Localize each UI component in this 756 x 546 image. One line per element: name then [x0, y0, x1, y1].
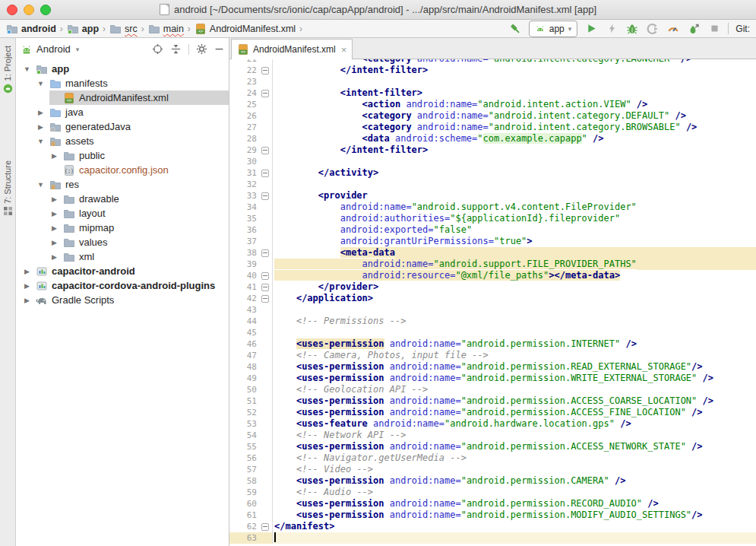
breadcrumb-android[interactable]: android: [6, 23, 56, 35]
code-line-39[interactable]: 39 android:name="android.support.FILE_PR…: [229, 259, 756, 270]
fold-marker[interactable]: [260, 293, 273, 304]
code-line-41[interactable]: 41 </provider>: [229, 281, 756, 293]
expand-arrow-icon[interactable]: ▶: [49, 195, 59, 203]
code-line-42[interactable]: 42 </application>: [229, 293, 756, 304]
collapse-all-icon[interactable]: [170, 43, 182, 55]
tab-androidmanifest[interactable]: <> AndroidManifest.xml ×: [231, 39, 353, 59]
code-line-54[interactable]: 54 <!-- Network API -->: [229, 430, 756, 441]
tree-item-manifests[interactable]: ▼manifests: [16, 76, 229, 90]
code-line-58[interactable]: 58 <uses-permission android:name="androi…: [229, 475, 756, 487]
code-line-23[interactable]: 23: [229, 76, 756, 87]
code-line-33[interactable]: 33 <provider: [229, 190, 756, 202]
close-window-button[interactable]: [7, 5, 17, 15]
code-line-21[interactable]: 21 <category android:name="android.inten…: [229, 59, 756, 65]
fold-marker[interactable]: [260, 247, 273, 259]
tree-item-generatedjava[interactable]: ▶generatedJava: [16, 119, 229, 134]
fold-marker[interactable]: [260, 167, 273, 179]
code-line-27[interactable]: 27 <category android:name="android.inten…: [229, 122, 756, 133]
tree-item-capacitor-config-json[interactable]: {;}capacitor.config.json: [16, 163, 229, 177]
code-line-26[interactable]: 26 <category android:name="android.inten…: [229, 110, 756, 122]
run-with-coverage-icon[interactable]: [646, 22, 660, 36]
code-line-52[interactable]: 52 <uses-permission android:name="androi…: [229, 407, 756, 418]
zoom-window-button[interactable]: [40, 5, 51, 15]
tree-item-gradle-scripts[interactable]: ▶Gradle Scripts: [16, 293, 229, 307]
fold-marker[interactable]: [260, 521, 273, 532]
expand-arrow-icon[interactable]: ▶: [49, 152, 59, 160]
fold-marker[interactable]: [260, 65, 273, 76]
close-tab-icon[interactable]: ×: [341, 45, 347, 55]
code-line-46[interactable]: 46 <uses-permission android:name="androi…: [229, 338, 756, 350]
expand-arrow-icon[interactable]: ▶: [49, 210, 59, 217]
code-line-28[interactable]: 28 <data android:scheme="com.example.cap…: [229, 133, 756, 144]
code-line-30[interactable]: 30: [229, 156, 756, 167]
expand-arrow-icon[interactable]: ▶: [36, 123, 46, 131]
code-line-63[interactable]: 63: [229, 532, 756, 544]
expand-arrow-icon[interactable]: ▼: [36, 138, 46, 145]
code-line-51[interactable]: 51 <uses-permission android:name="androi…: [229, 395, 756, 407]
code-line-32[interactable]: 32: [229, 179, 756, 190]
code-line-34[interactable]: 34 android:name="android.support.v4.cont…: [229, 202, 756, 213]
run-configuration-select[interactable]: app ▾: [529, 21, 578, 37]
git-branch-widget[interactable]: Git:: [735, 24, 751, 34]
fold-marker[interactable]: [260, 270, 273, 281]
code-line-25[interactable]: 25 <action android:name="android.intent.…: [229, 99, 756, 110]
tree-item-drawable[interactable]: ▶drawable: [16, 192, 229, 206]
code-line-35[interactable]: 35 android:authorities="${applicationId}…: [229, 213, 756, 224]
expand-arrow-icon[interactable]: ▶: [22, 268, 32, 275]
build-hammer-icon[interactable]: [508, 22, 522, 36]
code-line-61[interactable]: 61 <uses-permission android:name="androi…: [229, 509, 756, 521]
expand-arrow-icon[interactable]: ▼: [36, 80, 46, 87]
tree-item-xml[interactable]: ▶xml: [16, 249, 229, 264]
code-line-57[interactable]: 57 <!-- Video -->: [229, 464, 756, 475]
code-line-37[interactable]: 37 android:grantUriPermissions="true">: [229, 236, 756, 247]
expand-arrow-icon[interactable]: ▶: [49, 239, 59, 246]
tree-item-res[interactable]: ▼res: [16, 177, 229, 192]
code-line-22[interactable]: 22 </intent-filter>: [229, 65, 756, 76]
settings-gear-icon[interactable]: [196, 43, 207, 55]
fold-marker[interactable]: [260, 144, 273, 156]
tree-item-capacitor-cordova-android-plugins[interactable]: ▶capacitor-cordova-android-plugins: [16, 278, 229, 293]
apply-changes-bug-icon[interactable]: [687, 22, 701, 36]
run-button[interactable]: [584, 22, 598, 36]
expand-arrow-icon[interactable]: ▼: [22, 65, 32, 73]
code-editor[interactable]: 21 <category android:name="android.inten…: [229, 59, 756, 546]
expand-arrow-icon[interactable]: ▶: [22, 282, 32, 290]
breadcrumb-androidmanifest-xml[interactable]: <>AndroidManifest.xml: [195, 23, 296, 35]
expand-arrow-icon[interactable]: ▶: [36, 109, 46, 116]
code-line-49[interactable]: 49 <uses-permission android:name="androi…: [229, 373, 756, 384]
debug-button[interactable]: [625, 22, 639, 36]
code-line-24[interactable]: 24 <intent-filter>: [229, 87, 756, 99]
locate-target-icon[interactable]: [152, 43, 163, 55]
apply-changes-lightning-icon[interactable]: [605, 22, 618, 36]
tree-item-assets[interactable]: ▼assets: [16, 134, 229, 148]
tree-item-capacitor-android[interactable]: ▶capacitor-android: [16, 264, 229, 278]
stop-button[interactable]: [707, 22, 721, 36]
fold-marker[interactable]: [260, 190, 273, 202]
expand-arrow-icon[interactable]: ▶: [49, 253, 59, 261]
minimize-window-button[interactable]: [24, 5, 34, 15]
code-line-55[interactable]: 55 <uses-permission android:name="androi…: [229, 441, 756, 452]
tool-window-project-button[interactable]: 1: Project: [3, 46, 13, 94]
code-line-43[interactable]: 43: [229, 304, 756, 316]
code-line-59[interactable]: 59 <!-- Audio -->: [229, 487, 756, 498]
breadcrumb-main[interactable]: main: [148, 23, 184, 35]
tree-item-app[interactable]: ▼app: [16, 62, 229, 76]
breadcrumb-src[interactable]: src: [109, 23, 138, 35]
code-line-29[interactable]: 29 </intent-filter>: [229, 144, 756, 156]
fold-marker[interactable]: [260, 87, 273, 99]
tree-item-layout[interactable]: ▶layout: [16, 206, 229, 221]
code-line-48[interactable]: 48 <uses-permission android:name="androi…: [229, 361, 756, 373]
expand-arrow-icon[interactable]: ▶: [22, 297, 32, 304]
tree-item-java[interactable]: ▶java: [16, 105, 229, 119]
code-line-60[interactable]: 60 <uses-permission android:name="androi…: [229, 498, 756, 509]
project-view-selector[interactable]: Android: [36, 43, 71, 55]
expand-arrow-icon[interactable]: ▼: [36, 181, 46, 189]
tool-window-structure-button[interactable]: 7: Structure: [3, 160, 12, 215]
code-line-56[interactable]: 56 <!-- Navigator.getUserMedia -->: [229, 452, 756, 464]
fold-marker[interactable]: [260, 281, 273, 293]
code-line-31[interactable]: 31 </activity>: [229, 167, 756, 179]
code-line-53[interactable]: 53 <uses-feature android:name="android.h…: [229, 418, 756, 430]
hide-minus-icon[interactable]: [214, 44, 224, 54]
code-line-62[interactable]: 62</manifest>: [229, 521, 756, 532]
code-line-47[interactable]: 47 <!-- Camera, Photos, input file -->: [229, 350, 756, 361]
